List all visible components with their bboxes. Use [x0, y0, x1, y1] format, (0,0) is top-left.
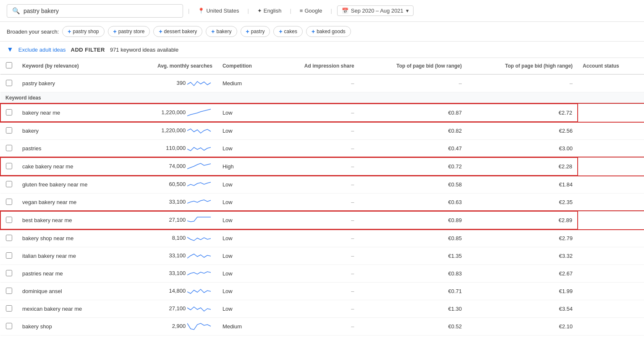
table-row: bakery near me 1,220,000 Low – €0.87 €2.… [0, 104, 644, 122]
impression-cell: – [274, 194, 359, 212]
searches-cell: 1,220,000 [125, 104, 217, 122]
row-checkbox-cell[interactable] [0, 247, 17, 265]
impression-cell: – [274, 318, 359, 335]
row-checkbox[interactable] [6, 145, 12, 151]
col-impression-share[interactable]: Ad impression share [274, 58, 359, 74]
impression-cell: – [274, 283, 359, 300]
location-icon: 📍 [198, 8, 204, 14]
bid-low-cell: €1.30 [359, 300, 467, 318]
select-all-header[interactable] [0, 58, 17, 74]
competition-cell: High [217, 157, 274, 176]
searches-cell: 27,100 [125, 300, 217, 318]
col-bid-low[interactable]: Top of page bid (low range) [359, 58, 467, 74]
row-checkbox[interactable] [6, 288, 12, 294]
bid-high-cell: €1.84 [467, 176, 578, 194]
bid-high-cell: €2.35 [467, 194, 578, 212]
sparkline-6 [187, 215, 212, 225]
impression-cell: – [274, 140, 359, 158]
broaden-chip-pastry-store[interactable]: + pastry store [108, 26, 150, 37]
date-range-selector[interactable]: 📅 Sep 2020 – Aug 2021 ▾ [337, 5, 414, 16]
main-account-status-cell [578, 74, 644, 92]
bid-high-cell: €2.79 [467, 229, 578, 247]
keyword-cell: mexican bakery near me [17, 300, 125, 318]
add-filter-button[interactable]: ADD FILTER [71, 47, 105, 53]
table-row: pastries 110,000 Low – €0.47 €3.00 [0, 140, 644, 158]
search-input[interactable] [24, 8, 178, 14]
impression-cell: – [274, 247, 359, 265]
account-status-cell [578, 122, 644, 140]
competition-cell: Low [217, 104, 274, 122]
bid-low-cell: €0.85 [359, 229, 467, 247]
broaden-chip-baked-goods[interactable]: + baked goods [306, 26, 351, 37]
bid-high-cell: €2.72 [467, 104, 578, 122]
impression-cell: – [274, 229, 359, 247]
col-searches[interactable]: Avg. monthly searches [125, 58, 217, 74]
main-bid-low-cell: – [359, 74, 467, 92]
main-row-checkbox[interactable] [6, 80, 12, 86]
col-keyword[interactable]: Keyword (by relevance) [17, 58, 125, 74]
keyword-cell: bakery [17, 122, 125, 140]
main-row-checkbox-cell[interactable] [0, 74, 17, 92]
chip-label: pastry shop [73, 29, 99, 34]
row-checkbox-cell[interactable] [0, 157, 17, 176]
account-status-cell [578, 157, 644, 176]
select-all-checkbox[interactable] [6, 62, 12, 68]
broaden-chip-pastry-shop[interactable]: + pastry shop [62, 26, 104, 37]
col-competition[interactable]: Competition [217, 58, 274, 74]
bid-low-cell: €0.71 [359, 283, 467, 300]
searches-cell: 1,220,000 [125, 122, 217, 140]
col-bid-high[interactable]: Top of page bid (high range) [467, 58, 578, 74]
bid-low-cell: €0.52 [359, 318, 467, 335]
row-checkbox[interactable] [6, 305, 12, 312]
row-checkbox-cell[interactable] [0, 140, 17, 158]
table-row: pastries near me 33,100 Low – €0.83 €2.6… [0, 265, 644, 283]
bid-low-cell: €0.87 [359, 104, 467, 122]
row-checkbox-cell[interactable] [0, 104, 17, 122]
keyword-cell: bakery shop [17, 318, 125, 335]
row-checkbox[interactable] [6, 181, 12, 187]
broaden-chip-cakes[interactable]: + cakes [273, 26, 303, 37]
row-checkbox[interactable] [6, 217, 12, 223]
exclude-adult-link[interactable]: Exclude adult ideas [18, 47, 66, 53]
row-checkbox[interactable] [6, 235, 12, 241]
account-status-cell [578, 300, 644, 318]
broaden-chip-dessert-bakery[interactable]: + dessert bakery [153, 26, 202, 37]
bid-low-cell: €0.47 [359, 140, 467, 158]
location-selector[interactable]: 📍 United States [194, 6, 242, 16]
broaden-chip-pastry[interactable]: + pastry [241, 26, 270, 37]
row-checkbox[interactable] [6, 323, 12, 329]
plus-icon: + [279, 28, 282, 35]
row-checkbox[interactable] [6, 252, 12, 259]
chip-label: pastry store [118, 29, 145, 34]
competition-cell: Low [217, 283, 274, 300]
searches-cell: 33,100 [125, 194, 217, 212]
search-box[interactable]: 🔍 [7, 4, 183, 18]
row-checkbox[interactable] [6, 199, 12, 205]
row-checkbox-cell[interactable] [0, 176, 17, 194]
row-checkbox-cell[interactable] [0, 300, 17, 318]
account-status-cell [578, 140, 644, 158]
broaden-chip-bakery[interactable]: + bakery [206, 26, 237, 37]
competition-cell: Low [217, 265, 274, 283]
platform-selector[interactable]: ≡ Google [296, 6, 326, 16]
account-status-cell [578, 283, 644, 300]
row-checkbox[interactable] [6, 270, 12, 276]
row-checkbox[interactable] [6, 127, 12, 134]
row-checkbox-cell[interactable] [0, 194, 17, 212]
row-checkbox-cell[interactable] [0, 283, 17, 300]
row-checkbox[interactable] [6, 163, 12, 169]
row-checkbox-cell[interactable] [0, 122, 17, 140]
row-checkbox-cell[interactable] [0, 265, 17, 283]
bid-high-cell: €3.54 [467, 300, 578, 318]
search-icon: 🔍 [12, 7, 20, 15]
language-selector[interactable]: ✦ English [254, 6, 285, 16]
impression-cell: – [274, 211, 359, 229]
row-checkbox-cell[interactable] [0, 229, 17, 247]
impression-cell: – [274, 157, 359, 176]
competition-cell: Medium [217, 318, 274, 335]
row-checkbox[interactable] [6, 109, 12, 115]
plus-icon: + [312, 28, 315, 35]
row-checkbox-cell[interactable] [0, 318, 17, 335]
row-checkbox-cell[interactable] [0, 211, 17, 229]
sparkline-10 [187, 286, 212, 296]
